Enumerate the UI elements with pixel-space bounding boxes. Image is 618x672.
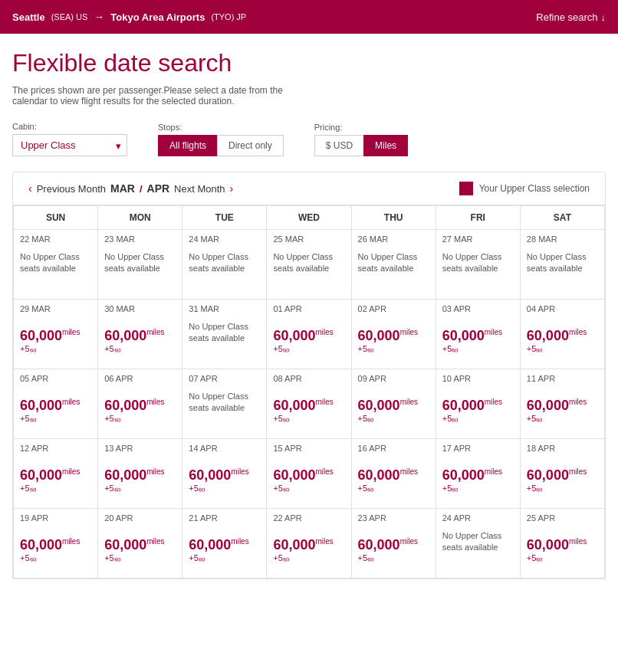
cell-price[interactable]: 60,000miles+5₆₀ (358, 318, 429, 364)
cell-price[interactable]: 60,000miles+5₆₀ (358, 388, 429, 434)
month-separator: / (140, 183, 143, 195)
miles-value: 60,000miles (273, 328, 333, 344)
fee-value: +5₆₀ (442, 414, 459, 424)
miles-button[interactable]: Miles (363, 135, 408, 156)
main-content: Flexible date search The prices shown ar… (0, 34, 618, 595)
calendar-cell[interactable]: 15 APR60,000miles+5₆₀ (267, 439, 351, 509)
cell-price[interactable]: 60,000miles+5₆₀ (189, 527, 260, 573)
cell-price[interactable]: 60,000miles+5₆₀ (358, 527, 429, 573)
calendar-cell[interactable]: 09 APR60,000miles+5₆₀ (351, 369, 436, 439)
cell-price[interactable]: 60,000miles+5₆₀ (358, 457, 429, 503)
miles-value: 60,000miles (442, 467, 502, 484)
cell-date-label: 05 APR (20, 374, 91, 383)
miles-value: 60,000miles (20, 328, 80, 344)
calendar-container: ‹ Previous Month MAR / APR Next Month › … (12, 172, 606, 579)
page-title: Flexible date search (12, 49, 606, 77)
calendar-cell: 27 MARNo Upper Class seats available (436, 230, 520, 300)
miles-value: 60,000miles (189, 537, 248, 553)
calendar-cell[interactable]: 12 APR60,000miles+5₆₀ (14, 439, 98, 509)
cell-price[interactable]: 60,000miles+5₆₀ (527, 318, 598, 364)
calendar-cell[interactable]: 05 APR60,000miles+5₆₀ (14, 369, 98, 439)
cell-price[interactable]: 60,000miles+5₆₀ (104, 318, 176, 364)
cell-date-label: 23 APR (358, 513, 429, 523)
cell-price[interactable]: 60,000miles+5₆₀ (273, 318, 344, 364)
calendar-cell[interactable]: 30 MAR60,000miles+5₆₀ (98, 300, 182, 369)
calendar-cell[interactable]: 23 APR60,000miles+5₆₀ (351, 509, 436, 579)
calendar-cell[interactable]: 04 APR60,000miles+5₆₀ (520, 300, 604, 369)
calendar-cell[interactable]: 06 APR60,000miles+5₆₀ (98, 369, 182, 439)
miles-value: 60,000miles (273, 467, 333, 484)
legend-label: Your Upper Class selection (479, 183, 590, 194)
no-seats-label: No Upper Class seats available (273, 248, 344, 275)
fee-value: +5₆₀ (358, 484, 374, 493)
calendar-cell[interactable]: 14 APR60,000miles+5₆₀ (182, 439, 267, 509)
calendar-cell[interactable]: 20 APR60,000miles+5₆₀ (98, 509, 182, 579)
day-header-tue: TUE (182, 206, 267, 230)
fee-value: +5₆₀ (273, 553, 289, 563)
calendar-table: SUN MON TUE WED THU FRI SAT 22 MARNo Upp… (13, 205, 605, 579)
cell-date-label: 26 MAR (358, 234, 429, 244)
fee-value: +5₆₀ (20, 414, 36, 424)
day-header-wed: WED (267, 206, 351, 230)
cell-price[interactable]: 60,000miles+5₆₀ (104, 388, 176, 434)
miles-value: 60,000miles (527, 398, 587, 414)
calendar-cell[interactable]: 13 APR60,000miles+5₆₀ (98, 439, 182, 509)
direct-only-button[interactable]: Direct only (217, 135, 284, 156)
fee-value: +5₆₀ (189, 484, 205, 493)
miles-value: 60,000miles (20, 398, 80, 414)
calendar-header: ‹ Previous Month MAR / APR Next Month › … (13, 172, 605, 205)
cell-date-label: 16 APR (358, 444, 429, 453)
cell-price[interactable]: 60,000miles+5₆₀ (273, 527, 344, 573)
next-month-button[interactable]: › (230, 182, 234, 195)
cell-price[interactable]: 60,000miles+5₆₀ (442, 388, 514, 434)
all-flights-button[interactable]: All flights (158, 135, 217, 156)
site-header: Seattle (SEA) US → Tokyo Area Airports (… (0, 0, 618, 34)
cell-price[interactable]: 60,000miles+5₆₀ (20, 318, 91, 364)
cell-price[interactable]: 60,000miles+5₆₀ (20, 527, 91, 573)
cell-price[interactable]: 60,000miles+5₆₀ (442, 457, 514, 503)
calendar-week-row: 29 MAR60,000miles+5₆₀30 MAR60,000miles+5… (14, 300, 605, 369)
calendar-cell[interactable]: 08 APR60,000miles+5₆₀ (267, 369, 351, 439)
calendar-cell[interactable]: 17 APR60,000miles+5₆₀ (436, 439, 520, 509)
fee-value: +5₆₀ (527, 344, 543, 354)
miles-value: 60,000miles (358, 467, 418, 484)
miles-value: 60,000miles (104, 537, 164, 553)
fee-value: +5₆₀ (527, 484, 543, 493)
cell-price[interactable]: 60,000miles+5₆₀ (104, 457, 176, 503)
cell-price[interactable]: 60,000miles+5₆₀ (527, 527, 598, 573)
prev-month-button[interactable]: ‹ (28, 182, 32, 195)
cell-price[interactable]: 60,000miles+5₆₀ (273, 457, 344, 503)
calendar-cell[interactable]: 29 MAR60,000miles+5₆₀ (14, 300, 98, 369)
cell-date-label: 10 APR (442, 374, 514, 383)
calendar-week-row: 05 APR60,000miles+5₆₀06 APR60,000miles+5… (14, 369, 605, 439)
cell-price[interactable]: 60,000miles+5₆₀ (442, 318, 514, 364)
calendar-cell[interactable]: 25 APR60,000miles+5₆₀ (520, 509, 604, 579)
calendar-cell[interactable]: 16 APR60,000miles+5₆₀ (351, 439, 436, 509)
next-month-label: Next Month (174, 183, 225, 195)
cell-price[interactable]: 60,000miles+5₆₀ (20, 457, 91, 503)
cell-price[interactable]: 60,000miles+5₆₀ (527, 388, 598, 434)
calendar-cell[interactable]: 22 APR60,000miles+5₆₀ (267, 509, 351, 579)
day-header-row: SUN MON TUE WED THU FRI SAT (14, 206, 605, 230)
cell-price[interactable]: 60,000miles+5₆₀ (20, 388, 91, 434)
calendar-cell[interactable]: 10 APR60,000miles+5₆₀ (436, 369, 520, 439)
calendar-cell[interactable]: 01 APR60,000miles+5₆₀ (267, 300, 351, 369)
calendar-cell[interactable]: 21 APR60,000miles+5₆₀ (182, 509, 267, 579)
cell-price[interactable]: 60,000miles+5₆₀ (104, 527, 176, 573)
calendar-cell[interactable]: 02 APR60,000miles+5₆₀ (351, 300, 436, 369)
calendar-cell[interactable]: 19 APR60,000miles+5₆₀ (14, 509, 98, 579)
cabin-select-wrapper[interactable]: Upper Class Economy Premium Economy (12, 134, 127, 156)
refine-search-button[interactable]: Refine search ↓ (536, 11, 606, 23)
cell-date-label: 01 APR (273, 304, 344, 313)
cabin-select[interactable]: Upper Class Economy Premium Economy (12, 134, 127, 156)
calendar-cell[interactable]: 11 APR60,000miles+5₆₀ (520, 369, 604, 439)
usd-button[interactable]: $ USD (314, 135, 363, 156)
miles-value: 60,000miles (104, 467, 164, 484)
day-header-sat: SAT (520, 206, 604, 230)
cell-price[interactable]: 60,000miles+5₆₀ (273, 388, 344, 434)
cell-price[interactable]: 60,000miles+5₆₀ (189, 457, 260, 503)
calendar-cell[interactable]: 03 APR60,000miles+5₆₀ (436, 300, 520, 369)
calendar-cell[interactable]: 18 APR60,000miles+5₆₀ (520, 439, 604, 509)
cell-price[interactable]: 60,000miles+5₆₀ (527, 457, 598, 503)
cell-date-label: 08 APR (273, 374, 344, 383)
